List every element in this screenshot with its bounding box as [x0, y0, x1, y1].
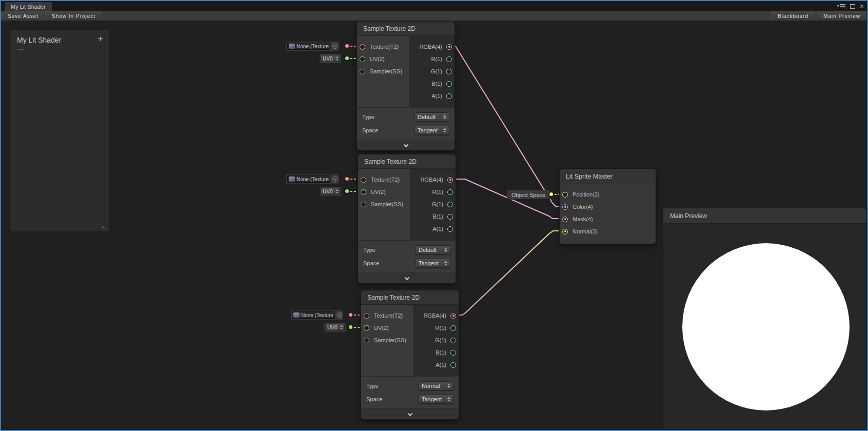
port-row: Position(3) [560, 188, 656, 201]
main-preview-body [663, 224, 866, 430]
texture-input-port[interactable] [361, 177, 366, 183]
uv-input-port[interactable] [360, 56, 365, 62]
collapse-button[interactable] [361, 408, 459, 419]
texture-slot-port[interactable] [345, 177, 349, 181]
main-preview-title: Main Preview [670, 212, 707, 220]
node-object-space[interactable]: Object Space [507, 190, 550, 200]
texture-icon [289, 44, 295, 49]
port-label: B(1) [432, 213, 443, 220]
object-space-output-port[interactable] [549, 192, 553, 196]
space-dropdown[interactable]: Tangent [416, 259, 450, 268]
r-output-port[interactable] [446, 56, 452, 62]
space-dropdown[interactable]: Tangent [419, 395, 453, 404]
port-row: Mask(4) [560, 213, 656, 225]
texture-slot-port[interactable] [349, 313, 352, 317]
texture-object-field[interactable]: None (Texture [287, 43, 330, 50]
save-asset-button[interactable]: Save Asset [1, 11, 45, 21]
a-output-port[interactable] [450, 362, 456, 368]
updown-arrows-icon [335, 188, 338, 194]
port-row: R(1) [410, 186, 456, 198]
port-label: B(1) [436, 349, 446, 356]
main-preview-toggle-button[interactable]: Main Preview [817, 11, 867, 21]
preview-sphere[interactable] [682, 243, 850, 410]
r-output-port[interactable] [450, 325, 456, 331]
uv-channel-dropdown[interactable]: UV0 [321, 188, 340, 195]
graph-canvas[interactable]: My Lit Shader + Sample Texture 2D Textur… [1, 21, 867, 430]
collapse-button[interactable] [357, 140, 455, 150]
object-picker-icon[interactable] [332, 44, 338, 49]
port-row: R(1) [409, 53, 455, 65]
object-picker-icon[interactable] [337, 312, 342, 318]
port-label: R(1) [436, 325, 446, 331]
edge-sample3-rgba-to-normal[interactable] [453, 231, 561, 315]
g-output-port[interactable] [446, 69, 452, 74]
node-lit-sprite-master[interactable]: Lit Sprite Master Position(3) Color(4) M… [559, 168, 656, 244]
updown-arrows-icon [441, 114, 446, 120]
g-output-port[interactable] [447, 202, 453, 207]
g-output-port[interactable] [450, 338, 456, 343]
rgba-output-port[interactable] [450, 313, 456, 319]
mask-input-port[interactable] [562, 217, 568, 222]
blackboard-panel[interactable]: My Lit Shader + [9, 29, 109, 232]
uv-slot-port[interactable] [349, 325, 352, 329]
close-icon[interactable]: × [860, 3, 864, 10]
maximize-icon[interactable] [850, 4, 855, 9]
b-output-port[interactable] [447, 214, 453, 220]
node-sample-texture-2d-1[interactable]: Sample Texture 2D Texture(T2) UV(2) Samp… [357, 21, 455, 151]
uv-channel-dropdown[interactable]: UV0 [325, 324, 345, 331]
type-dropdown[interactable]: Default [416, 245, 450, 254]
texture-object-field[interactable]: None (Texture [292, 311, 335, 319]
port-label: Sampler(SS) [374, 337, 406, 343]
rgba-output-port[interactable] [446, 44, 452, 50]
port-row: Color(4) [560, 201, 656, 213]
window-menu-icon[interactable]: ▾ [837, 4, 845, 8]
node-sample-texture-2d-3[interactable]: Sample Texture 2D Texture(T2) UV(2) Samp… [361, 290, 459, 420]
type-dropdown[interactable]: Normal [419, 381, 453, 390]
texture-input-port[interactable] [364, 313, 369, 319]
graph-tab[interactable]: My Lit Shader [5, 2, 52, 11]
blackboard-toggle-button[interactable]: Blackboard [771, 11, 815, 21]
rgba-output-port[interactable] [447, 177, 453, 183]
b-output-port[interactable] [446, 81, 452, 87]
main-preview-header[interactable]: Main Preview [663, 208, 866, 224]
texture-input-port[interactable] [360, 44, 365, 50]
updown-arrows-icon [335, 55, 338, 62]
texture-object-field[interactable]: None (Texture [287, 175, 330, 183]
sampler-input-port[interactable] [361, 202, 366, 207]
type-dropdown[interactable]: Default [415, 112, 449, 122]
node-title: Sample Texture 2D [357, 22, 455, 36]
texture-slot-port[interactable] [345, 44, 349, 48]
object-picker-icon[interactable] [332, 177, 338, 182]
a-output-port[interactable] [446, 93, 452, 99]
space-dropdown[interactable]: Tangent [415, 126, 449, 135]
port-label: RGBA(4) [419, 44, 442, 50]
resize-grip-icon[interactable] [102, 226, 108, 230]
node-sample-texture-2d-2[interactable]: Sample Texture 2D Texture(T2) UV(2) Samp… [358, 154, 456, 284]
node-controls: Type Default Space Tangent [357, 107, 455, 140]
uv-slot-port[interactable] [345, 189, 349, 193]
updown-arrows-icon [442, 247, 447, 253]
output-column: RGBA(4) R(1) G(1) B(1) A(1) [409, 36, 455, 107]
uv-slot-port[interactable] [345, 56, 349, 60]
show-in-project-button[interactable]: Show In Project [45, 11, 102, 21]
uv-input-port[interactable] [361, 189, 366, 195]
a-output-port[interactable] [447, 226, 453, 232]
uv-input-port[interactable] [364, 325, 369, 331]
collapse-button[interactable] [358, 272, 456, 283]
edge-sample1-rgba-to-color[interactable] [449, 46, 561, 206]
main-preview-panel[interactable]: Main Preview [662, 208, 866, 430]
normal-input-port[interactable] [562, 229, 568, 234]
r-output-port[interactable] [447, 189, 453, 195]
output-column: RGBA(4) R(1) G(1) B(1) A(1) [410, 169, 456, 240]
uv-channel-dropdown[interactable]: UV0 [321, 55, 340, 62]
color-input-port[interactable] [562, 204, 568, 210]
position-input-port[interactable] [562, 192, 568, 198]
updown-arrows-icon [442, 260, 447, 266]
node-controls: Type Default Space Tangent [358, 240, 456, 272]
sampler-input-port[interactable] [360, 69, 365, 74]
port-label: UV(2) [374, 325, 389, 331]
add-property-button[interactable]: + [98, 34, 103, 43]
sampler-input-port[interactable] [364, 338, 369, 343]
b-output-port[interactable] [450, 350, 456, 356]
port-label: R(1) [432, 189, 443, 195]
